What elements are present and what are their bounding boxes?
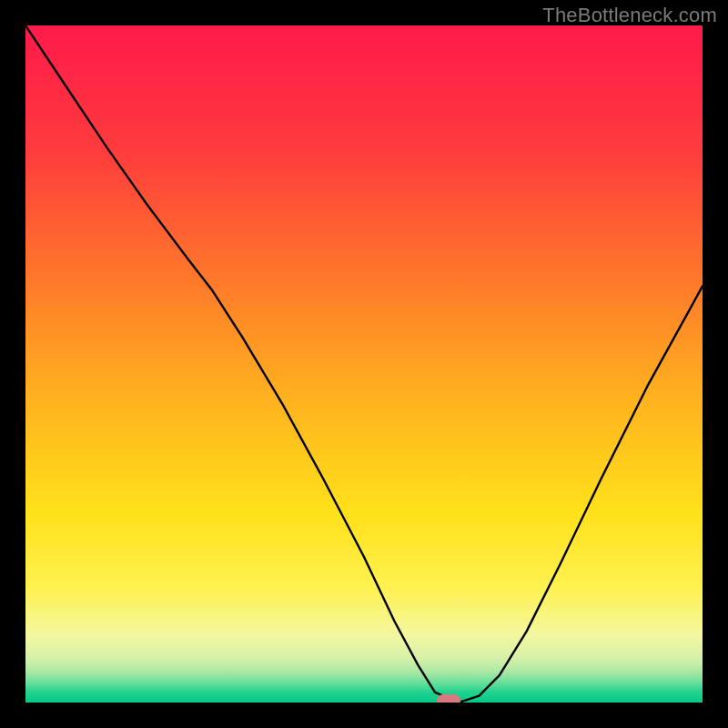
optimal-point-marker: [437, 694, 460, 703]
bottleneck-curve: [25, 25, 703, 703]
watermark-text: TheBottleneck.com: [542, 4, 717, 27]
plot-area: [25, 25, 703, 703]
